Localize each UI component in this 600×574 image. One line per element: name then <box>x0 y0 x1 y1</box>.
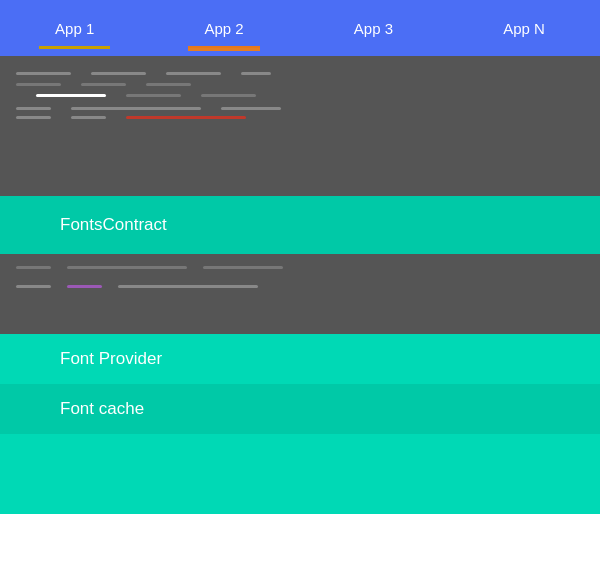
fonts-contract-label: FontsContract <box>60 215 167 235</box>
line-4c <box>221 107 281 110</box>
font-cache-label: Font cache <box>60 399 144 419</box>
purple-line <box>67 285 102 288</box>
lines-row-5 <box>16 116 584 119</box>
mid-line-2c <box>118 285 258 288</box>
dark-section-apps <box>0 56 600 196</box>
fonts-contract-section: FontsContract <box>0 196 600 254</box>
line-3b <box>126 94 181 97</box>
font-provider-label: Font Provider <box>60 349 162 369</box>
white-line <box>36 94 106 97</box>
dark-section-middle <box>0 254 600 334</box>
tab-app2[interactable]: App 2 <box>188 12 259 45</box>
line-1a <box>16 72 71 75</box>
line-2c <box>146 83 191 86</box>
mid-line-1a <box>16 266 51 269</box>
mid-line-2a <box>16 285 51 288</box>
line-5a <box>16 116 51 119</box>
font-provider-section: Font Provider <box>0 334 600 384</box>
lines-row-4 <box>16 107 584 110</box>
line-4a <box>16 107 51 110</box>
mid-line-1c <box>203 266 283 269</box>
lines-row-3 <box>16 94 584 97</box>
mid-lines-row-2 <box>16 285 584 288</box>
line-2a <box>16 83 61 86</box>
mid-lines-row-1 <box>16 266 584 269</box>
tab-app3[interactable]: App 3 <box>338 12 409 45</box>
line-3c <box>201 94 256 97</box>
tab-appN[interactable]: App N <box>487 12 561 45</box>
font-cache-section: Font cache <box>0 384 600 434</box>
app-bar: App 1 App 2 App 3 App N <box>0 0 600 56</box>
line-2b <box>81 83 126 86</box>
main-container: App 1 App 2 App 3 App N <box>0 0 600 574</box>
tab-underline-app2 <box>188 46 259 49</box>
tab-underline-app1 <box>39 46 110 49</box>
tab-app1[interactable]: App 1 <box>39 12 110 45</box>
line-1b <box>91 72 146 75</box>
red-line <box>126 116 246 119</box>
bottom-green-section <box>0 434 600 514</box>
line-1c <box>166 72 221 75</box>
line-4b <box>71 107 201 110</box>
mid-line-1b <box>67 266 187 269</box>
line-5b <box>71 116 106 119</box>
lines-row-1 <box>16 72 584 75</box>
line-1d <box>241 72 271 75</box>
lines-row-2 <box>16 83 584 86</box>
